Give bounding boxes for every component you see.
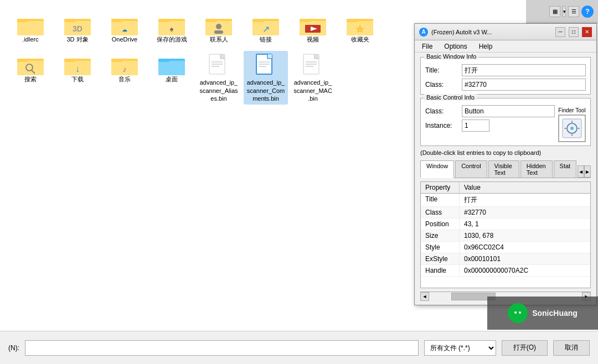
icon-mac[interactable]: advanced_ip_scanner_MAC.bin [291,51,335,105]
tab-stat[interactable]: Stat [554,160,577,178]
autoit-window: A (Frozen) AutoIt v3 W... ─ □ ✕ File Opt… [414,23,597,305]
view-toggle-btn[interactable]: ▦ [549,6,560,17]
svg-rect-47 [158,61,185,75]
col-property: Property [421,182,460,193]
icon-aliases[interactable]: advanced_ip_scanner_Aliases.bin [197,51,241,105]
class-value-input[interactable] [462,79,586,91]
basic-control-info-section: Basic Control Info Class: Instance: Find… [420,98,591,146]
scroll-left-arrow[interactable]: ◄ [420,292,429,301]
details-view-btn[interactable]: ☰ [568,6,579,17]
filetype-dropdown[interactable]: 所有文件 (*.*) [424,340,496,356]
menu-help[interactable]: Help [475,41,497,51]
favorites-folder-icon: ★ [347,13,373,35]
svg-point-72 [514,311,517,314]
icon-search[interactable]: 搜索 [8,51,53,105]
doc-icon-comments [255,53,276,79]
icon-music[interactable]: ♪ 音乐 [102,51,147,105]
table-row[interactable]: Size 1030, 678 [421,230,590,242]
icon-onedrive[interactable]: ☁ OneDrive [102,11,147,45]
basic-control-info-title: Basic Control Info [424,94,477,101]
icon-desktop[interactable]: 桌面 [150,51,194,105]
finder-tool-icon [562,118,582,138]
autoit-title-text: (Frozen) AutoIt v3 W... [431,29,552,35]
svg-rect-2 [17,19,28,22]
instance-input[interactable] [462,119,489,132]
tab-visible-text[interactable]: Visible Text [488,160,519,178]
open-button[interactable]: 打开(O) [502,340,548,356]
close-button[interactable]: ✕ [582,27,592,37]
tabs-bar: Window Control Visible Text Hidden Text … [420,159,591,178]
double-click-note: (Double-click list entries to copy to cl… [420,149,591,156]
svg-text:3D: 3D [73,24,83,33]
icon-comments[interactable]: advanced_ip_scanner_Comments.bin [244,51,288,105]
tab-scroll-right[interactable]: ◄ [578,165,584,178]
minimize-button[interactable]: ─ [555,27,565,37]
control-class-input[interactable] [462,105,555,117]
cancel-button[interactable]: 取消 [553,340,590,356]
table-row[interactable]: Title 打开 [421,194,590,207]
icon-label: 3D 对象 [66,35,88,43]
icon-idlerc[interactable]: .idlerc [8,11,53,45]
svg-text:☁: ☁ [122,27,127,33]
tabs-container: Window Control Visible Text Hidden Text … [420,159,591,178]
tab-window[interactable]: Window [420,160,454,178]
icon-favorites[interactable]: ★ 收藏夹 [338,11,382,45]
filename-input[interactable] [25,340,419,356]
icon-games[interactable]: ♠ 保存的游戏 [150,11,194,45]
table-row[interactable]: Style 0x96CC02C4 [421,242,590,253]
help-btn[interactable]: ? [581,6,594,18]
prop-cell-property: Handle [421,265,460,276]
watermark-text: SonicHuang [532,309,578,318]
control-class-label: Class: [425,107,458,115]
icon-contacts[interactable]: 联系人 [197,11,241,45]
table-row[interactable]: ExStyle 0x00010101 [421,253,590,265]
folder-icon [17,13,44,35]
filename-label: (N): [8,344,19,352]
prop-cell-value: 1030, 678 [460,230,590,241]
col-value: Value [460,182,590,193]
svg-text:♪: ♪ [123,65,127,74]
svg-rect-9 [111,19,122,22]
icon-grid: .idlerc 3D 3D 对象 ☁ OneDrive [8,11,407,105]
control-fields: Class: Instance: [425,105,555,132]
icon-videos[interactable]: 视频 [291,11,335,45]
contacts-folder-icon [205,13,232,35]
menu-file[interactable]: File [417,41,437,51]
view-dropdown-btn[interactable]: ▾ [563,6,566,17]
tab-control[interactable]: Control [455,160,487,178]
menu-options[interactable]: Options [440,41,471,51]
tab-hidden-text[interactable]: Hidden Text [520,160,553,178]
icon-label: 下载 [71,75,84,83]
svg-rect-19 [214,30,223,34]
title-label: Title: [425,66,458,74]
svg-rect-31 [347,19,358,22]
icon-label: 音乐 [118,75,131,83]
prop-cell-property: Style [421,242,460,253]
icon-label: 收藏夹 [351,35,369,43]
prop-cell-value: 0x96CC02C4 [460,242,590,253]
prop-cell-property: Size [421,230,460,241]
icon-label: OneDrive [112,35,137,43]
table-row[interactable]: Class #32770 [421,207,590,219]
icon-downloads[interactable]: ↓ 下载 [55,51,100,105]
svg-rect-48 [158,59,169,62]
icon-3d[interactable]: 3D 3D 对象 [55,11,100,45]
svg-text:↓: ↓ [75,64,80,74]
restore-button[interactable]: □ [569,27,579,37]
table-row[interactable]: Handle 0x000000000070A2C [421,265,590,277]
title-value-input[interactable] [462,64,586,76]
icon-label: advanced_ip_scanner_MAC.bin [293,79,333,102]
icon-label: 链接 [260,35,272,43]
icon-links[interactable]: ↗ 链接 [244,11,288,45]
finder-tool-button[interactable] [558,115,586,142]
tab-scroll-left[interactable]: ► [584,165,591,178]
music-folder-icon: ♪ [111,53,138,75]
table-row[interactable]: Position 43, 1 [421,219,590,230]
svg-marker-50 [220,54,225,59]
toolbar-strip: ▦ ▾ ☰ ? [526,0,598,23]
wechat-icon [512,307,524,319]
basic-window-info-section: Basic Window Info Title: Class: [420,57,591,95]
svg-rect-35 [17,59,28,62]
icon-label: 视频 [307,35,319,43]
prop-cell-value: 0x00010101 [460,253,590,264]
